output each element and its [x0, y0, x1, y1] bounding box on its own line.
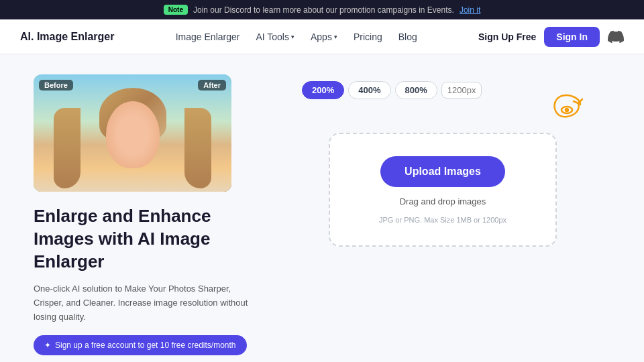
top-banner: Note Join our Discord to learn more abou… — [0, 0, 644, 19]
hero-description: One-click AI solution to Make Your Photo… — [34, 282, 248, 324]
upload-box: Upload Images Drag and drop images JPG o… — [329, 133, 557, 247]
file-info-text: JPG or PNG. Max Size 1MB or 1200px — [379, 216, 506, 224]
ai-tools-chevron-icon: ▾ — [291, 34, 294, 40]
nav-image-enlarger[interactable]: Image Enlarger — [176, 32, 240, 42]
free-account-label: Sign up a free account to get 10 free cr… — [55, 341, 236, 350]
zoom-custom-input[interactable] — [441, 82, 482, 99]
face-circle — [106, 101, 160, 168]
zoom-controls: 200% 400% 800% — [302, 81, 482, 99]
left-section: Before After Enlarge and Enhance Images … — [34, 74, 248, 355]
hero-title: Enlarge and Enhance Images with AI Image… — [34, 205, 248, 273]
nav-actions: Sign Up Free Sign In — [478, 27, 624, 47]
signin-button[interactable]: Sign In — [544, 27, 600, 47]
nav-links: Image Enlarger AI Tools ▾ Apps ▾ Pricing… — [135, 32, 458, 42]
navbar: AI. Image Enlarger Image Enlarger AI Too… — [0, 19, 644, 54]
svg-point-1 — [566, 109, 568, 111]
join-link[interactable]: Join it — [460, 5, 480, 15]
note-badge: Note — [164, 5, 188, 15]
hair-left — [54, 108, 80, 188]
main-content: Before After Enlarge and Enhance Images … — [0, 54, 644, 362]
image-comparison: Before After — [34, 74, 231, 192]
arrow-annotation-icon — [543, 84, 597, 125]
signup-free-button[interactable]: Sign Up Free — [478, 32, 536, 42]
right-section: 200% 400% 800% — [275, 74, 610, 247]
free-account-icon: ✦ — [44, 341, 51, 350]
apps-chevron-icon: ▾ — [334, 34, 337, 40]
nav-apps[interactable]: Apps ▾ — [311, 32, 337, 42]
after-badge: After — [198, 80, 226, 90]
before-after-image — [34, 74, 231, 192]
before-badge: Before — [39, 80, 73, 90]
zoom-400-button[interactable]: 400% — [348, 81, 390, 99]
nav-blog[interactable]: Blog — [398, 32, 417, 42]
nav-pricing[interactable]: Pricing — [354, 32, 382, 42]
banner-text: Join our Discord to learn more about our… — [193, 5, 454, 15]
zoom-800-button[interactable]: 800% — [395, 81, 437, 99]
upload-images-button[interactable]: Upload Images — [380, 156, 505, 187]
hair-right — [184, 108, 211, 188]
logo[interactable]: AI. Image Enlarger — [20, 31, 115, 43]
drag-drop-text: Drag and drop images — [400, 196, 486, 206]
nav-ai-tools[interactable]: AI Tools ▾ — [256, 32, 294, 42]
discord-icon[interactable] — [608, 29, 624, 45]
zoom-200-button[interactable]: 200% — [302, 81, 344, 99]
free-account-button[interactable]: ✦ Sign up a free account to get 10 free … — [34, 335, 247, 355]
